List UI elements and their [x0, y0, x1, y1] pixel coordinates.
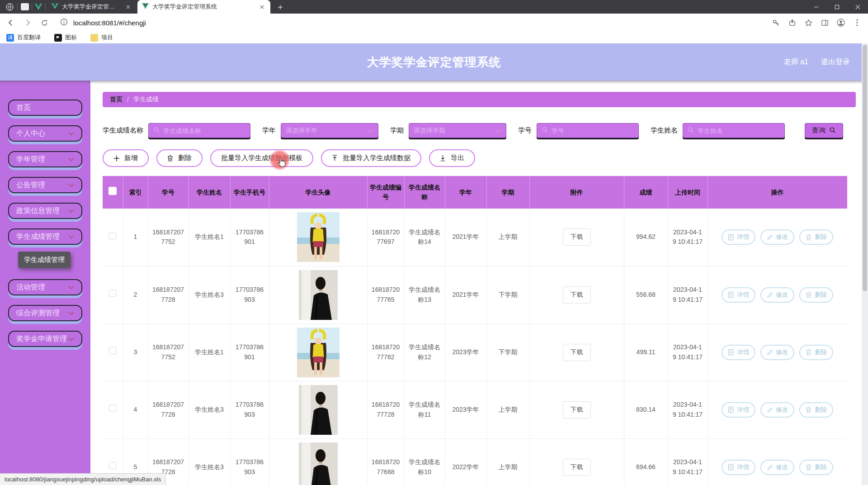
- window-minimize-button[interactable]: [806, 0, 826, 14]
- password-key-icon[interactable]: [771, 18, 780, 27]
- bookmark-baidu-translate[interactable]: 译 百度翻译: [6, 33, 41, 42]
- tab-close-icon[interactable]: [124, 3, 132, 11]
- student-photo: [273, 328, 363, 377]
- edit-button[interactable]: 修改: [760, 345, 794, 360]
- cell-attachment: 下载: [529, 209, 624, 266]
- browser-tab-1[interactable]: 大学奖学金评定管理系统: [47, 0, 137, 14]
- chevron-down-icon: [68, 335, 74, 343]
- delete-button[interactable]: 删除: [799, 460, 833, 475]
- edit-button[interactable]: 修改: [760, 460, 794, 475]
- pinned-tab-vue-icon[interactable]: [34, 3, 42, 10]
- detail-button[interactable]: 详情: [722, 345, 755, 360]
- sidebar-submenu-item-active[interactable]: 学生成绩管理: [18, 252, 71, 268]
- reload-icon[interactable]: [40, 18, 49, 27]
- delete-button[interactable]: 删除: [799, 229, 833, 245]
- forward-icon[interactable]: [23, 18, 32, 27]
- detail-button[interactable]: 详情: [722, 460, 755, 475]
- sidebar-menu-item[interactable]: 活动管理: [8, 279, 82, 295]
- download-attachment-button[interactable]: 下载: [563, 344, 591, 361]
- sidebar-menu-item[interactable]: 学生成绩管理: [8, 228, 82, 245]
- share-icon[interactable]: [788, 18, 797, 27]
- detail-button[interactable]: 详情: [722, 287, 755, 303]
- pinned-tab-blank[interactable]: [21, 3, 29, 10]
- filter-text-input[interactable]: [537, 123, 639, 138]
- download-attachment-button[interactable]: 下载: [563, 286, 591, 304]
- download-attachment-button[interactable]: 下载: [563, 401, 591, 418]
- tab-close-icon[interactable]: [258, 3, 266, 11]
- bookmark-icons[interactable]: 图标: [54, 33, 77, 42]
- cell-name: 学生姓名1: [189, 209, 230, 266]
- student-photo: [273, 212, 363, 262]
- bookmark-project[interactable]: 项目: [90, 33, 113, 42]
- window-maximize-button[interactable]: [826, 0, 847, 14]
- document-icon: [728, 406, 734, 413]
- row-checkbox[interactable]: [109, 462, 116, 469]
- side-panel-icon[interactable]: [820, 18, 829, 27]
- sidebar-menu-item[interactable]: 个人中心: [8, 125, 82, 142]
- toolbar-button[interactable]: 导出: [429, 149, 475, 167]
- col-name: 学生姓名: [189, 176, 230, 209]
- sidebar-menu-item[interactable]: 公告管理: [8, 177, 82, 193]
- cell-score-name: 学生成绩名称11: [404, 381, 445, 438]
- edit-button[interactable]: 修改: [760, 287, 794, 303]
- row-checkbox[interactable]: [109, 347, 116, 354]
- cell-upload-time: 2023-04-19 10:41:17: [668, 323, 708, 381]
- detail-button[interactable]: 详情: [722, 402, 755, 418]
- edit-button[interactable]: 修改: [760, 402, 794, 418]
- table-row: 5 1681872077728 学生姓名3 17703786903: [103, 438, 847, 485]
- trash-icon: [806, 464, 812, 471]
- sidebar-menu-item[interactable]: 综合评测管理: [8, 305, 82, 321]
- detail-button[interactable]: 详情: [722, 229, 755, 245]
- browser-menu-icon[interactable]: [853, 18, 862, 27]
- window-close-button[interactable]: [847, 0, 868, 14]
- delete-button[interactable]: 删除: [799, 345, 833, 360]
- select-all-checkbox[interactable]: [108, 187, 117, 195]
- logout-link[interactable]: 退出登录: [821, 57, 850, 67]
- search-button[interactable]: 查询: [805, 123, 843, 138]
- scrollbar-thumb[interactable]: [863, 45, 867, 291]
- cell-upload-time: 2023-04-19 10:41:17: [668, 438, 708, 485]
- filter-label: 学号: [518, 126, 532, 135]
- row-checkbox[interactable]: [109, 404, 116, 412]
- url-text[interactable]: localhost:8081/#/chengji: [73, 19, 146, 27]
- toolbar-button[interactable]: 删除: [156, 149, 203, 167]
- download-attachment-button[interactable]: 下载: [563, 459, 591, 476]
- sidebar-menu-item[interactable]: 首页: [8, 100, 82, 116]
- delete-button[interactable]: 删除: [799, 287, 833, 303]
- cell-avatar: [269, 323, 367, 381]
- cell-term: 上学期: [486, 381, 529, 438]
- row-checkbox[interactable]: [109, 232, 116, 239]
- browser-tab-2-active[interactable]: 大学奖学金评定管理系统: [137, 0, 270, 14]
- download-attachment-button[interactable]: 下载: [563, 228, 591, 246]
- profile-avatar-icon[interactable]: [836, 18, 845, 27]
- sidebar-menu-item[interactable]: 学年管理: [8, 151, 82, 167]
- toolbar-button[interactable]: 批量导入学生成绩数据模板: [210, 149, 313, 167]
- site-info-icon[interactable]: [60, 18, 68, 28]
- chevron-down-icon: [495, 127, 501, 134]
- chevron-down-icon: [68, 129, 74, 138]
- sidebar-menu-item[interactable]: 奖学金申请管理: [8, 331, 82, 347]
- toolbar-button[interactable]: 新增: [103, 149, 149, 167]
- search-icon: [688, 127, 694, 134]
- tab-separator: [45, 4, 46, 10]
- filter-text-input[interactable]: [148, 123, 250, 138]
- cell-name: 学生姓名1: [189, 323, 230, 381]
- new-tab-button[interactable]: [275, 2, 286, 13]
- edit-button[interactable]: 修改: [760, 229, 794, 245]
- page-scrollbar[interactable]: [862, 43, 868, 485]
- browser-globe-icon[interactable]: [5, 2, 14, 12]
- toolbar-button[interactable]: 批量导入学生成绩数据: [321, 149, 421, 167]
- document-icon: [728, 234, 734, 241]
- back-icon[interactable]: [6, 18, 15, 27]
- filter-select[interactable]: 请选择学期: [409, 123, 506, 138]
- bookmark-star-icon[interactable]: [804, 18, 813, 27]
- sidebar-menu-item[interactable]: 政策信息管理: [8, 203, 82, 219]
- row-checkbox[interactable]: [109, 290, 116, 297]
- breadcrumb-home[interactable]: 首页: [110, 95, 123, 104]
- filter-select[interactable]: 请选择学年: [281, 123, 378, 138]
- toolbar: 新增 删除: [103, 149, 856, 167]
- cell-attachment: 下载: [529, 323, 624, 381]
- filter-text-input[interactable]: [683, 123, 785, 138]
- delete-button[interactable]: 删除: [799, 402, 833, 418]
- col-index: 索引: [123, 176, 148, 209]
